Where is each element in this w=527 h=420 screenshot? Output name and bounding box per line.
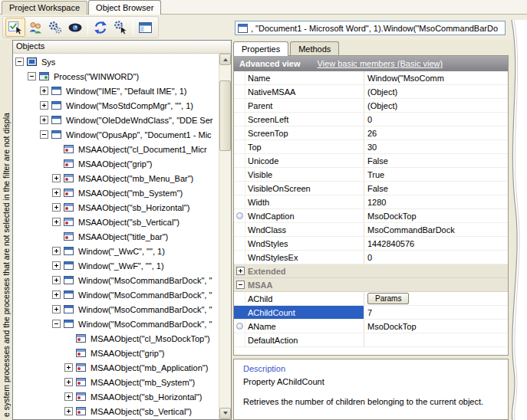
basic-view-link[interactable]: View basic members (Basic view) — [317, 59, 443, 68]
msaa-icon — [64, 145, 74, 153]
property-row[interactable]: NameWindow("MsoComm — [234, 71, 508, 85]
expand-box[interactable] — [52, 203, 61, 212]
tree-item[interactable]: Window("_WwC", "", 1) — [13, 244, 219, 258]
property-row[interactable]: UnicodeFalse — [234, 154, 508, 168]
property-row[interactable]: AChildParams — [234, 292, 508, 306]
tree-item[interactable]: MSAAObject("mb_System") — [13, 375, 219, 389]
property-row[interactable]: Top30 — [234, 140, 508, 154]
property-row[interactable]: Parent(Object) — [234, 99, 508, 113]
tab-properties[interactable]: Properties — [233, 41, 288, 56]
expand-box[interactable] — [64, 363, 73, 372]
tree-item[interactable]: MSAAObject("sb_Vertical") — [13, 215, 219, 229]
tree-item[interactable]: MSAAObject("cl_Document1_Micr — [13, 142, 219, 156]
expand-box[interactable] — [52, 261, 61, 270]
object-spy-button[interactable] — [65, 18, 85, 37]
tree-item[interactable]: Window("_WwF", "", 1) — [13, 258, 219, 273]
property-value — [364, 333, 508, 346]
highlight-object-button[interactable] — [25, 18, 45, 37]
tree-item[interactable]: Sys — [13, 54, 219, 69]
collapse-box[interactable] — [236, 281, 245, 289]
collapse-box[interactable] — [15, 57, 24, 66]
property-name-cell: Parent — [234, 99, 364, 112]
expand-box[interactable] — [64, 392, 73, 401]
tree-item[interactable]: Window("IME", "Default IME", 1) — [13, 84, 219, 98]
property-row[interactable]: WndCaptionMsoDockTop — [234, 209, 508, 223]
select-objects-button[interactable] — [5, 18, 25, 37]
tree-item[interactable]: Window("MsoCommandBarDock", " — [13, 302, 219, 317]
expand-box[interactable] — [52, 189, 61, 197]
property-row[interactable]: VisibleOnScreenFalse — [234, 182, 508, 195]
expand-box[interactable] — [64, 407, 73, 415]
panel-layout-button[interactable] — [136, 18, 156, 37]
property-row[interactable]: AChildCount7 — [234, 306, 508, 320]
tree-item[interactable]: Window("OleDdeWndClass", "DDE Ser — [13, 113, 219, 127]
expand-box[interactable] — [52, 276, 61, 284]
property-row[interactable]: WndStyles1442840576 — [234, 237, 508, 251]
tree-item[interactable]: Window("OpusApp", "Document1 - Mic — [13, 127, 219, 142]
refresh-button[interactable] — [91, 18, 110, 37]
property-row[interactable]: VisibleTrue — [234, 168, 508, 182]
panel-window-icon — [138, 20, 153, 35]
property-row[interactable]: WndClassMsoCommandBarDock — [234, 223, 508, 237]
property-row[interactable]: ScreenLeft0 — [234, 113, 508, 126]
tab-methods[interactable]: Methods — [290, 41, 339, 55]
collapse-box[interactable] — [28, 72, 36, 80]
tree-scrollbar[interactable] — [219, 54, 231, 419]
scroll-up-button[interactable] — [219, 54, 231, 65]
property-value: False — [364, 154, 508, 167]
property-group[interactable]: Extended — [234, 264, 508, 278]
gears-icon — [48, 20, 63, 35]
tree-item[interactable]: MSAAObject("title_bar") — [13, 229, 219, 244]
object-path-bar[interactable]: , "Document1 - Microsoft Word", 1).Windo… — [235, 21, 506, 35]
tree-item[interactable]: MSAAObject("mb_System") — [13, 185, 219, 200]
property-row[interactable]: Width1280 — [234, 195, 508, 209]
filter-note-text: e system processes and the processes tha… — [2, 41, 11, 417]
tree-item[interactable]: Window("MsoCommandBarDock", " — [13, 317, 219, 331]
property-row[interactable]: DefaultAction — [234, 333, 508, 347]
tree-item[interactable]: Window("MsoCommandBarDock", " — [13, 287, 219, 302]
tab-project-workspace[interactable]: Project Workspace — [2, 1, 87, 15]
property-value: 26 — [364, 126, 508, 139]
scrollbar-track[interactable] — [219, 65, 231, 408]
params-button[interactable]: Params — [367, 293, 409, 304]
tree-item[interactable]: Window("MsoStdCompMgr", "", 1) — [13, 98, 219, 113]
tab-object-browser[interactable]: Object Browser — [88, 0, 161, 15]
expand-box[interactable] — [52, 305, 61, 313]
property-row[interactable]: ScreenTop26 — [234, 126, 508, 140]
property-group[interactable]: MSAA — [234, 278, 508, 292]
tree-item[interactable]: MSAAObject("sb_Horizontal") — [13, 389, 219, 404]
tree-item[interactable]: MSAAObject("mb_Menu_Bar") — [13, 171, 219, 185]
expand-box[interactable] — [52, 247, 61, 255]
collapse-box[interactable] — [40, 130, 48, 139]
process-filter-button[interactable] — [45, 18, 65, 37]
tree-item[interactable]: Window("MsoCommandBarDock", " — [13, 273, 219, 287]
property-value[interactable]: 7 — [364, 306, 508, 319]
settings-button[interactable] — [110, 18, 130, 37]
expand-box[interactable] — [40, 101, 48, 110]
expand-box[interactable] — [236, 267, 245, 275]
tree-item[interactable]: MSAAObject("sb_Vertical") — [13, 404, 219, 418]
collapse-box[interactable] — [52, 320, 61, 328]
expand-box[interactable] — [40, 116, 48, 124]
tree-item[interactable]: MSAAObject("grip") — [13, 156, 219, 171]
tree-item[interactable]: MSAAObject("sb_Horizontal") — [13, 200, 219, 215]
property-name: WndClass — [245, 225, 364, 235]
tree-item[interactable]: Process("WINWORD") — [13, 69, 219, 84]
property-row[interactable]: NativeMSAA(Object) — [234, 85, 508, 99]
property-row[interactable]: WndStylesEx0 — [234, 251, 508, 264]
property-gutter — [234, 140, 245, 153]
expand-box[interactable] — [52, 174, 61, 182]
expand-box[interactable] — [64, 378, 73, 386]
objects-panel: Objects SysProcess("WINWORD")Window("IME… — [12, 40, 232, 420]
tree-item[interactable]: MSAAObject("grip") — [13, 346, 219, 360]
expand-box[interactable] — [40, 87, 48, 95]
scroll-down-button[interactable] — [219, 408, 231, 419]
expand-box[interactable] — [52, 290, 61, 299]
scrollbar-thumb[interactable] — [219, 80, 231, 151]
window-icon — [51, 116, 61, 124]
tree-item[interactable]: MSAAObject("cl_MsoDockTop") — [13, 331, 219, 346]
expand-box[interactable] — [52, 218, 61, 226]
tree-item-label: MSAAObject("grip") — [77, 159, 153, 169]
property-row[interactable]: ANameMsoDockTop — [234, 320, 508, 333]
tree-item[interactable]: MSAAObject("mb_Application") — [13, 360, 219, 375]
